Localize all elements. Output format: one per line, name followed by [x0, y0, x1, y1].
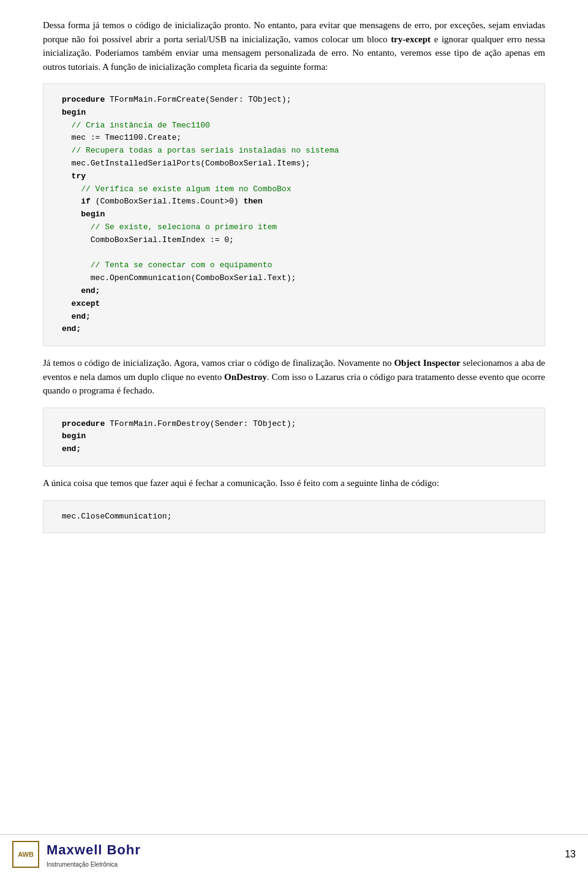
paragraph-3: A única coisa que temos que fazer aqui é… [43, 476, 545, 490]
cb1-if: if [81, 197, 91, 206]
cb1-end2: end; [72, 312, 91, 321]
logo-box: AWB [12, 841, 39, 868]
p2-bold2: OnDestroy [224, 372, 267, 382]
cb1-begin1: begin [62, 108, 86, 117]
cb1-comment4: // Se existe, seleciona o primeiro ítem [91, 222, 277, 232]
cb2-end: end; [62, 444, 81, 454]
cb2-begin: begin [62, 431, 86, 441]
cb1-begin2: begin [81, 210, 105, 219]
code-block-2: procedure TFormMain.FormDestroy(Sender: … [43, 408, 545, 466]
cb1-end3: end; [62, 324, 81, 333]
page-number: 13 [565, 847, 576, 862]
cb1-except: except [72, 299, 100, 308]
cb1-line1-kw: procedure [62, 95, 105, 104]
p2-text-start: Já temos o código de inicialização. Agor… [43, 358, 394, 368]
p3-text: A única coisa que temos que fazer aqui é… [43, 478, 439, 488]
cb1-comment2: // Recupera todas a portas seriais insta… [72, 146, 339, 155]
cb1-try: try [72, 172, 86, 181]
logo-text-block: Maxwell Bohr Instrumentação Eletrônica [47, 840, 141, 869]
logo-main-text: Maxwell Bohr [47, 840, 141, 860]
paragraph-2: Já temos o código de inicialização. Agor… [43, 356, 545, 398]
cb1-comment3: // Verifica se existe algum ítem no Comb… [81, 184, 291, 194]
cb2-proc-kw: procedure [62, 419, 105, 428]
code-block-1: procedure TFormMain.FormCreate(Sender: T… [43, 83, 545, 346]
footer-logo: AWB Maxwell Bohr Instrumentação Eletrôni… [12, 840, 141, 869]
cb1-comment1: // Cria instância de Tmec1100 [72, 121, 210, 130]
page-content: Dessa forma já temos o código de inicial… [0, 0, 588, 592]
p1-bold: try-except [391, 34, 431, 44]
cb1-comment5: // Tenta se conectar com o equipamento [91, 260, 272, 270]
paragraph-1: Dessa forma já temos o código de inicial… [43, 18, 545, 74]
logo-abbr: AWB [18, 849, 34, 860]
logo-sub-text: Instrumentação Eletrônica [47, 860, 141, 869]
code-block-3: mec.CloseCommunication; [43, 500, 545, 534]
cb1-end1: end; [81, 286, 100, 295]
footer: AWB Maxwell Bohr Instrumentação Eletrôni… [0, 834, 588, 874]
cb1-then: then [243, 197, 262, 206]
p2-bold1: Object Inspector [394, 358, 460, 368]
